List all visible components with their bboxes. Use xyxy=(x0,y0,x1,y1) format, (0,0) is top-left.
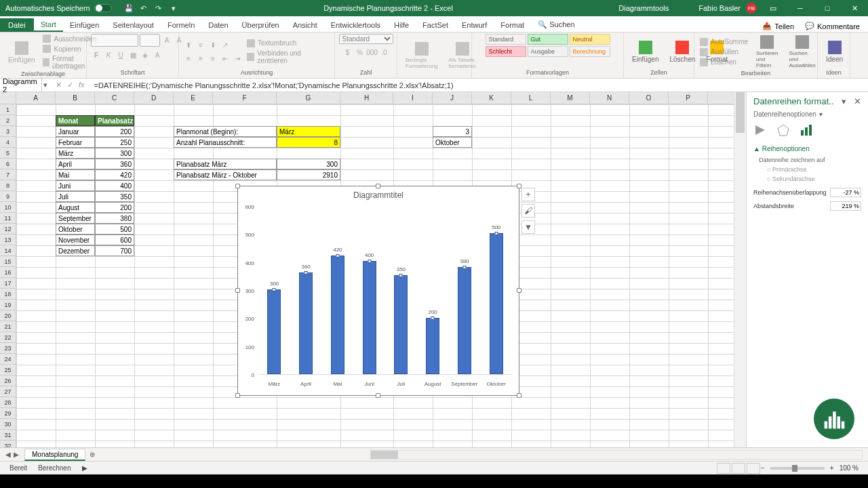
merge-button[interactable]: Verbinden und zentrieren xyxy=(245,49,330,65)
cell-b2[interactable]: Monat xyxy=(56,115,95,126)
row-header[interactable]: 12 xyxy=(0,224,16,235)
row-header[interactable]: 20 xyxy=(0,310,16,321)
row-header[interactable]: 5 xyxy=(0,148,16,159)
chart-elements-button[interactable]: + xyxy=(521,188,535,201)
row-header[interactable]: 26 xyxy=(0,375,16,386)
tab-review[interactable]: Überprüfen xyxy=(235,18,286,32)
cell-month[interactable]: September xyxy=(56,213,95,224)
indent-dec-icon[interactable]: ⇤ xyxy=(220,53,231,64)
cell-month[interactable]: Dezember xyxy=(56,245,95,256)
underline-button[interactable]: U xyxy=(115,49,126,60)
chart-bar[interactable]: 350 xyxy=(394,275,408,374)
cell-plan-start-value[interactable]: März xyxy=(277,126,340,137)
cell-value[interactable]: 380 xyxy=(95,213,134,224)
gap-input[interactable] xyxy=(830,201,861,211)
font-name-input[interactable] xyxy=(91,34,138,47)
cell-j3[interactable]: 3 xyxy=(433,126,472,137)
thousand-icon[interactable]: 000 xyxy=(367,47,378,58)
tab-format[interactable]: Format xyxy=(494,18,531,32)
redo-icon[interactable]: ↷ xyxy=(154,3,163,13)
chart[interactable]: Diagrammtitel 0100200300400500600 300360… xyxy=(237,186,519,396)
chart-styles-button[interactable]: 🖌 xyxy=(521,204,535,218)
col-header[interactable]: J xyxy=(433,92,472,104)
view-pagebreak-button[interactable] xyxy=(747,463,760,474)
close-icon[interactable]: ✕ xyxy=(841,0,868,16)
cell-range-label[interactable]: Planabsatz März - Oktober xyxy=(174,169,277,180)
col-header[interactable]: P xyxy=(669,92,708,104)
align-bot-icon[interactable]: ⬇ xyxy=(208,39,218,50)
style-ausgabe[interactable]: Ausgabe xyxy=(528,46,568,57)
view-pagelayout-button[interactable] xyxy=(732,463,745,474)
row-header[interactable]: 24 xyxy=(0,354,16,365)
accept-formula-icon[interactable]: ✓ xyxy=(67,81,73,89)
row-header[interactable]: 18 xyxy=(0,289,16,300)
style-schlecht[interactable]: Schlecht xyxy=(486,46,526,57)
chart-bar[interactable]: 200 xyxy=(426,318,439,374)
cell-c2[interactable]: Planabsatz xyxy=(95,115,134,126)
italic-button[interactable]: K xyxy=(103,49,114,60)
fx-icon[interactable]: fx xyxy=(79,81,85,89)
tab-search[interactable]: 🔍 Suchen xyxy=(531,18,581,32)
chart-bar[interactable]: 300 xyxy=(267,289,281,374)
cell-value[interactable]: 200 xyxy=(95,202,134,213)
grid[interactable]: ABCDEFGHIJKLMNOP 12345678910111213141516… xyxy=(0,92,746,447)
row-header[interactable]: 2 xyxy=(0,115,16,126)
cell-plan-count-value[interactable]: 8 xyxy=(277,137,340,148)
align-center-icon[interactable]: ≡ xyxy=(195,53,206,64)
ribbon-mode-icon[interactable]: ▭ xyxy=(760,0,787,16)
cell-value[interactable]: 500 xyxy=(95,224,134,235)
cancel-formula-icon[interactable]: ✕ xyxy=(56,81,62,89)
tab-view[interactable]: Ansicht xyxy=(286,18,324,32)
row-header[interactable]: 10 xyxy=(0,202,16,213)
chart-bar[interactable]: 500 xyxy=(490,233,503,374)
inc-dec-icon[interactable]: .0 xyxy=(379,47,390,58)
fill-color-button[interactable]: ◈ xyxy=(140,49,151,60)
align-left-icon[interactable]: ≡ xyxy=(183,53,194,64)
cell-month[interactable]: Oktober xyxy=(56,224,95,235)
chart-filter-button[interactable]: ▼ xyxy=(521,220,535,234)
style-gut[interactable]: Gut xyxy=(528,34,568,45)
cell-value[interactable]: 250 xyxy=(95,137,134,148)
clear-button[interactable]: Löschen xyxy=(698,58,749,67)
col-header[interactable]: H xyxy=(340,92,393,104)
chart-bar[interactable]: 400 xyxy=(363,261,376,374)
series-options-section[interactable]: ▲ Reihenoptionen xyxy=(753,145,861,152)
cell-month[interactable]: März xyxy=(56,148,95,159)
name-box[interactable]: Diagramm 2 xyxy=(0,77,42,94)
row-header[interactable]: 25 xyxy=(0,365,16,375)
column-headers[interactable]: ABCDEFGHIJKLMNOP xyxy=(16,92,734,104)
chart-bar[interactable]: 380 xyxy=(458,267,471,374)
vertical-scrollbar[interactable] xyxy=(734,92,746,447)
percent-icon[interactable]: % xyxy=(355,47,366,58)
tab-help[interactable]: Hilfe xyxy=(387,18,416,32)
minimize-icon[interactable]: ─ xyxy=(787,0,814,16)
row-header[interactable]: 19 xyxy=(0,300,16,310)
copy-button[interactable]: Kopieren xyxy=(41,44,98,54)
cells-area[interactable]: MonatPlanabsatzJanuar200Februar250März30… xyxy=(16,104,734,447)
effects-icon[interactable] xyxy=(776,123,790,137)
sort-filter-button[interactable]: Sortieren und Filtern xyxy=(752,34,782,70)
share-button[interactable]: 📤 Teilen xyxy=(758,20,798,32)
cell-month[interactable]: Februar xyxy=(56,137,95,148)
cond-format-button[interactable]: Bedingte Formatierung xyxy=(401,41,442,70)
row-header[interactable]: 21 xyxy=(0,321,16,332)
row-header[interactable]: 15 xyxy=(0,256,16,267)
tab-layout[interactable]: Seitenlayout xyxy=(106,18,161,32)
sheet-tab-active[interactable]: Monatsplanung xyxy=(24,449,85,461)
row-headers[interactable]: 1234567891011121314151617181920212223242… xyxy=(0,104,16,447)
find-button[interactable]: Suchen und Auswählen xyxy=(785,34,820,70)
paste-button[interactable]: Einfügen xyxy=(4,40,39,65)
chart-bar[interactable]: 420 xyxy=(331,256,344,374)
cell-value[interactable]: 300 xyxy=(95,148,134,159)
col-header[interactable]: K xyxy=(472,92,511,104)
secondary-axis-option[interactable]: ○ Sekundärachse xyxy=(753,174,861,184)
bold-button[interactable]: F xyxy=(91,49,102,60)
row-header[interactable]: 14 xyxy=(0,245,16,256)
chart-plot-area[interactable]: 0100200300400500600 30036042040035020038… xyxy=(258,207,512,375)
insert-cells-button[interactable]: Einfügen xyxy=(628,39,663,64)
currency-icon[interactable]: $ xyxy=(342,47,353,58)
zoom-slider[interactable] xyxy=(770,467,825,470)
cell-single-value[interactable]: 300 xyxy=(277,159,340,169)
cell-value[interactable]: 700 xyxy=(95,245,134,256)
cell-plan-count-label[interactable]: Anzahl Planausschnitt: xyxy=(174,137,277,148)
